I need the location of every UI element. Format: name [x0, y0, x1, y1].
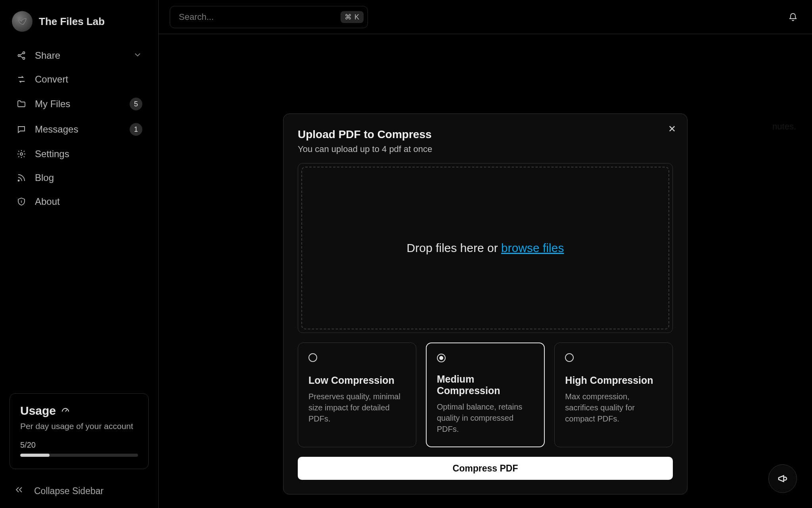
modal-subtitle: You can upload up to 4 pdf at once [298, 144, 673, 154]
sidebar-item-label: Convert [35, 74, 142, 85]
svg-point-3 [20, 153, 23, 155]
close-icon: ✕ [668, 123, 676, 135]
option-desc: Max compression, sacrifices quality for … [565, 391, 662, 424]
message-icon [16, 124, 27, 135]
notifications-icon[interactable] [785, 9, 801, 25]
collapse-icon [14, 485, 24, 497]
content-area: nutes. ✕ Upload PDF to Compress You can … [159, 34, 812, 508]
sidebar-item-about[interactable]: About [12, 191, 146, 212]
collapse-label: Collapse Sidebar [34, 486, 103, 496]
rss-icon [16, 172, 27, 183]
sidebar-item-label: Blog [35, 172, 142, 183]
option-title: High Compression [565, 375, 662, 386]
usage-title-text: Usage [20, 404, 56, 418]
topbar: ⌘ K [159, 0, 812, 34]
gear-icon [16, 148, 27, 160]
search-box[interactable]: ⌘ K [170, 6, 368, 28]
svg-point-2 [23, 58, 25, 60]
sidebar-item-blog[interactable]: Blog [12, 167, 146, 188]
dropzone-container: Drop files here or browse files [298, 163, 673, 333]
radio-icon [565, 353, 574, 362]
option-high-compression[interactable]: High Compression Max compression, sacrif… [554, 343, 673, 447]
svg-point-1 [18, 55, 20, 57]
compression-options: Low Compression Preserves quality, minim… [298, 343, 673, 447]
search-shortcut: ⌘ K [341, 11, 364, 23]
sidebar-item-label: About [35, 196, 142, 207]
file-dropzone[interactable]: Drop files here or browse files [301, 167, 669, 329]
usage-progress [20, 454, 138, 457]
sidebar-nav: Share Convert My Files 5 [0, 41, 158, 386]
usage-title: Usage [20, 404, 138, 418]
sidebar-item-my-files[interactable]: My Files 5 [12, 93, 146, 115]
radio-icon [437, 354, 446, 362]
option-desc: Optimal balance, retains quality in comp… [437, 401, 534, 435]
sidebar-item-settings[interactable]: Settings [12, 144, 146, 164]
feather-icon [16, 15, 28, 27]
usage-panel: Usage Per day usage of your account 5/20 [10, 393, 149, 469]
close-button[interactable]: ✕ [666, 123, 678, 135]
shield-icon [16, 196, 27, 207]
compress-pdf-button[interactable]: Compress PDF [298, 457, 673, 480]
sidebar-item-label: Share [35, 50, 125, 61]
convert-icon [16, 74, 27, 85]
sidebar-item-label: Messages [35, 124, 122, 135]
messages-count-badge: 1 [130, 123, 142, 136]
topbar-right [785, 9, 801, 25]
gauge-icon [61, 404, 70, 418]
dropzone-text: Drop files here or browse files [407, 241, 564, 255]
option-desc: Preserves quality, minimal size impact f… [308, 391, 406, 424]
help-fab[interactable] [768, 464, 797, 493]
sidebar-item-label: My Files [35, 98, 122, 110]
option-low-compression[interactable]: Low Compression Preserves quality, minim… [298, 343, 416, 447]
app-root: The Files Lab Share Convert [0, 0, 812, 508]
modal-overlay: ✕ Upload PDF to Compress You can upload … [159, 34, 812, 508]
search-input[interactable] [179, 12, 341, 22]
usage-subtitle: Per day usage of your account [20, 421, 138, 431]
sidebar-item-messages[interactable]: Messages 1 [12, 118, 146, 140]
files-count-badge: 5 [130, 98, 142, 110]
share-icon [16, 50, 27, 61]
svg-point-4 [18, 180, 19, 181]
option-title: Medium Compression [437, 373, 534, 396]
drop-prefix: Drop files here or [407, 241, 501, 254]
brand-name: The Files Lab [39, 15, 105, 28]
radio-icon [308, 353, 317, 362]
brand: The Files Lab [0, 7, 158, 41]
svg-point-0 [23, 52, 25, 54]
collapse-sidebar-button[interactable]: Collapse Sidebar [0, 476, 158, 501]
sidebar-item-label: Settings [35, 148, 142, 160]
usage-progress-fill [20, 454, 50, 457]
option-title: Low Compression [308, 375, 406, 386]
chevron-down-icon [133, 50, 142, 61]
usage-count: 5/20 [20, 441, 138, 450]
folder-icon [16, 98, 27, 110]
brand-logo [12, 11, 33, 32]
compress-modal: ✕ Upload PDF to Compress You can upload … [283, 114, 688, 495]
sidebar-item-convert[interactable]: Convert [12, 69, 146, 90]
main-area: ⌘ K nutes. ✕ Upload PDF to Compress You … [159, 0, 812, 508]
sidebar: The Files Lab Share Convert [0, 0, 159, 508]
modal-title: Upload PDF to Compress [298, 128, 673, 141]
browse-files-link[interactable]: browse files [501, 241, 564, 254]
sidebar-item-share[interactable]: Share [12, 45, 146, 66]
svg-point-5 [21, 201, 22, 202]
megaphone-icon [777, 473, 789, 485]
option-medium-compression[interactable]: Medium Compression Optimal balance, reta… [426, 343, 545, 447]
